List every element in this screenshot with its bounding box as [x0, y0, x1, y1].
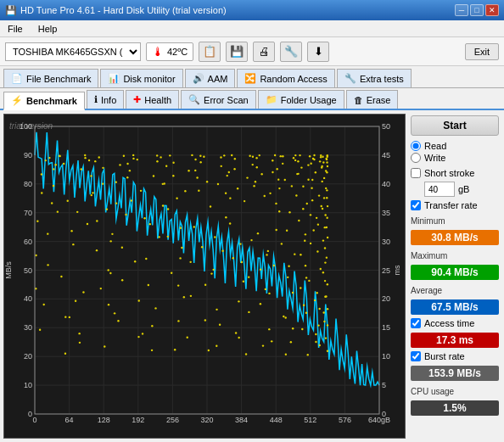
short-stroke-checkbox[interactable]	[411, 168, 421, 178]
close-button[interactable]: ✕	[485, 4, 499, 16]
access-time-label: Access time	[424, 318, 474, 328]
burst-rate-value: 153.9 MB/s	[411, 366, 499, 381]
write-label: Write	[424, 153, 445, 163]
tab-extra-tests[interactable]: 🔧 Extra tests	[337, 69, 412, 87]
right-panel: Start Read Write Short stroke gB Transfe…	[409, 114, 501, 439]
maximum-label: Maximum	[411, 251, 499, 260]
temperature-display: 🌡 42ºC	[146, 42, 193, 61]
toolbar-btn-4[interactable]: 🔧	[280, 42, 302, 62]
file-benchmark-icon: 📄	[11, 73, 23, 84]
short-stroke-value-row: gB	[424, 182, 499, 197]
cpu-usage-value: 1.5%	[411, 400, 499, 416]
menu-bar: File Help	[0, 20, 504, 37]
main-content: trial version Start Read Write Short str…	[0, 110, 504, 442]
burst-rate-label: Burst rate	[424, 351, 465, 361]
short-stroke-row: Short stroke	[411, 168, 499, 178]
minimum-value: 30.8 MB/s	[411, 230, 499, 245]
average-label: Average	[411, 286, 499, 295]
tab-info[interactable]: ℹ Info	[87, 90, 124, 109]
read-radio[interactable]	[411, 141, 421, 151]
minimum-label: Minimum	[411, 216, 499, 226]
access-time-row: Access time	[411, 318, 499, 328]
benchmark-icon: ⚡	[11, 95, 23, 106]
toolbar-btn-5[interactable]: ⬇	[307, 42, 329, 62]
tab-health[interactable]: ✚ Health	[126, 90, 179, 109]
short-stroke-label: Short stroke	[424, 168, 474, 178]
maximize-button[interactable]: □	[470, 4, 484, 16]
title-bar-left: 💾 HD Tune Pro 4.61 - Hard Disk Utility (…	[5, 5, 227, 16]
transfer-rate-checkbox[interactable]	[411, 200, 421, 210]
title-bar: 💾 HD Tune Pro 4.61 - Hard Disk Utility (…	[0, 0, 504, 20]
title-bar-buttons: ─ □ ✕	[455, 4, 499, 16]
temperature-icon: 🌡	[152, 45, 164, 59]
average-value: 67.5 MB/s	[411, 299, 499, 315]
cpu-usage-label: CPU usage	[411, 387, 499, 396]
aam-icon: 🔊	[193, 73, 204, 84]
tab-disk-monitor[interactable]: 📊 Disk monitor	[100, 69, 182, 87]
temperature-value: 42ºC	[167, 47, 188, 57]
exit-button[interactable]: Exit	[465, 43, 499, 60]
drive-selector[interactable]: TOSHIBA MK6465GSXN (640 gB)	[5, 42, 141, 61]
tab-benchmark[interactable]: ⚡ Benchmark	[3, 92, 85, 110]
tab-error-scan[interactable]: 🔍 Error Scan	[181, 90, 256, 109]
tab-row-2: ⚡ Benchmark ℹ Info ✚ Health 🔍 Error Scan…	[0, 88, 504, 110]
gb-label: gB	[458, 184, 469, 194]
tab-erase[interactable]: 🗑 Erase	[346, 90, 399, 109]
read-write-group: Read Write	[411, 139, 499, 165]
access-time-value: 17.3 ms	[411, 333, 499, 348]
write-radio[interactable]	[411, 153, 421, 163]
window-title: HD Tune Pro 4.61 - Hard Disk Utility (tr…	[20, 5, 227, 15]
disk-monitor-icon: 📊	[108, 73, 120, 84]
toolbar-btn-1[interactable]: 📋	[199, 42, 221, 62]
tab-aam[interactable]: 🔊 AAM	[185, 69, 236, 87]
error-scan-icon: 🔍	[188, 94, 200, 105]
random-access-icon: 🔀	[244, 73, 256, 84]
read-radio-row: Read	[411, 141, 499, 151]
access-time-checkbox[interactable]	[411, 318, 421, 328]
tab-folder-usage[interactable]: 📁 Folder Usage	[258, 90, 344, 109]
read-label: Read	[424, 141, 446, 151]
toolbar-btn-2[interactable]: 💾	[226, 42, 248, 62]
toolbar-btn-3[interactable]: 🖨	[253, 42, 275, 62]
folder-usage-icon: 📁	[266, 94, 277, 105]
erase-icon: 🗑	[354, 95, 363, 105]
short-stroke-input[interactable]	[424, 182, 455, 197]
toolbar: TOSHIBA MK6465GSXN (640 gB) 🌡 42ºC 📋 💾 🖨…	[0, 37, 504, 66]
start-button[interactable]: Start	[411, 115, 499, 136]
write-radio-row: Write	[411, 153, 499, 163]
burst-rate-checkbox[interactable]	[411, 351, 421, 361]
tab-row-1: 📄 File Benchmark 📊 Disk monitor 🔊 AAM 🔀 …	[0, 66, 504, 88]
chart-container: trial version	[3, 114, 406, 439]
transfer-rate-row: Transfer rate	[411, 200, 499, 210]
extra-tests-icon: 🔧	[344, 73, 356, 84]
app-icon: 💾	[5, 5, 17, 16]
tab-random-access[interactable]: 🔀 Random Access	[237, 69, 334, 87]
burst-rate-row: Burst rate	[411, 351, 499, 361]
menu-help[interactable]: Help	[36, 23, 60, 35]
tab-file-benchmark[interactable]: 📄 File Benchmark	[3, 69, 98, 87]
info-icon: ℹ	[94, 94, 98, 105]
minimize-button[interactable]: ─	[455, 4, 468, 16]
benchmark-chart	[4, 115, 405, 438]
maximum-value: 90.4 MB/s	[411, 265, 499, 280]
transfer-rate-label: Transfer rate	[424, 200, 478, 210]
health-icon: ✚	[133, 94, 141, 105]
menu-file[interactable]: File	[5, 23, 25, 35]
